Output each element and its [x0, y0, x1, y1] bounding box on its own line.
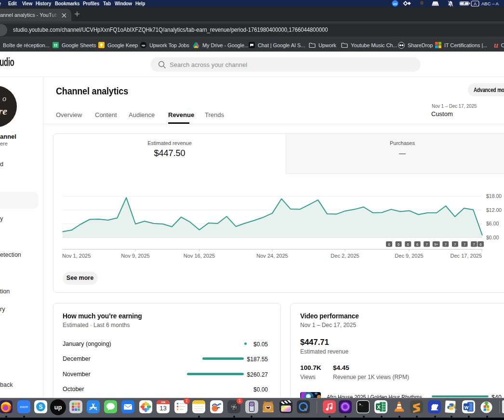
- svg-text:W: W: [464, 405, 469, 410]
- svg-text:6: 6: [416, 242, 418, 247]
- svg-text:13: 13: [159, 405, 166, 412]
- svg-text:up: up: [54, 404, 62, 411]
- svg-text:$6.00: $6.00: [486, 221, 499, 226]
- svg-text:S: S: [39, 404, 42, 410]
- svg-text:7: 7: [445, 242, 447, 247]
- svg-text:Dec 17, 2025: Dec 17, 2025: [451, 253, 482, 259]
- svg-text:up: up: [142, 44, 146, 47]
- svg-text:7: 7: [454, 242, 456, 247]
- svg-text:>_: >_: [359, 402, 363, 407]
- svg-text:Dec 9, 2025: Dec 9, 2025: [395, 253, 423, 259]
- svg-text:6: 6: [480, 242, 482, 247]
- svg-text:$12.00: $12.00: [486, 207, 502, 213]
- svg-text:7: 7: [464, 242, 465, 247]
- svg-text:Dec 2, 2025: Dec 2, 2025: [331, 253, 359, 259]
- svg-text:JAN: JAN: [161, 401, 165, 404]
- svg-text:Nov 24, 2025: Nov 24, 2025: [256, 253, 288, 259]
- svg-text:$0.00: $0.00: [486, 235, 499, 240]
- svg-text:$18.00: $18.00: [486, 193, 502, 199]
- svg-text:zm: zm: [393, 2, 397, 5]
- svg-text:6: 6: [398, 242, 399, 247]
- svg-text:Nov 9, 2025: Nov 9, 2025: [121, 253, 149, 259]
- svg-text:7: 7: [426, 242, 428, 247]
- svg-text:7: 7: [473, 242, 475, 247]
- svg-text:6: 6: [388, 242, 390, 247]
- svg-text:zoom: zoom: [20, 405, 28, 408]
- svg-text:6: 6: [407, 242, 409, 247]
- svg-text:9+: 9+: [434, 242, 438, 247]
- svg-text:Nov 1, 2025: Nov 1, 2025: [62, 253, 91, 259]
- svg-text:X: X: [377, 404, 380, 410]
- svg-text:Nov 16, 2025: Nov 16, 2025: [184, 253, 215, 259]
- svg-text:A: A: [474, 1, 477, 6]
- svg-text:ABC – A: ABC – A: [481, 1, 499, 6]
